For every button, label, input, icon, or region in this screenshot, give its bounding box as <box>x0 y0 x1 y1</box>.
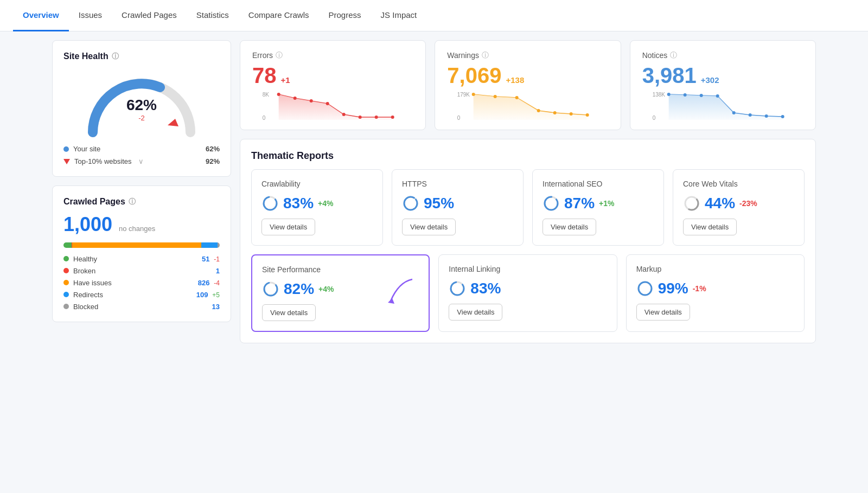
legend-issues: Have issues 826 -4 <box>63 278 220 287</box>
notices-info-icon[interactable]: ⓘ <box>670 50 677 60</box>
gauge-container: 62% -2 <box>63 70 220 140</box>
internal-linking-view-details[interactable]: View details <box>449 304 502 321</box>
svg-point-26 <box>732 111 735 114</box>
report-internal-linking: Internal Linking 83% View details <box>438 254 617 332</box>
crawlability-view-details[interactable]: View details <box>261 219 315 235</box>
legend-your-site: Your site 62% <box>63 145 220 153</box>
notices-card: Notices ⓘ 3,981 +302 138K 0 <box>630 40 816 130</box>
count-broken: 1 <box>216 267 220 275</box>
site-health-legend: Your site 62% Top-10% websites ∨ 92% <box>63 145 220 165</box>
nav-statistics[interactable]: Statistics <box>187 0 239 31</box>
report-cwv: Core Web Vitals 44% -23% View details <box>673 169 805 246</box>
site-health-info-icon[interactable]: ⓘ <box>112 52 119 61</box>
site-health-title: Site Health ⓘ <box>63 52 220 61</box>
top-sites-label: Top-10% websites <box>74 157 132 165</box>
dot-redirects <box>63 292 69 297</box>
markup-score: 99% <box>658 280 688 297</box>
errors-card: Errors ⓘ 78 +1 8K 0 <box>240 40 426 130</box>
warnings-info-icon[interactable]: ⓘ <box>482 50 489 60</box>
markup-diff: -1% <box>693 284 706 293</box>
crawled-pages-info-icon[interactable]: ⓘ <box>129 197 136 207</box>
notices-value: 3,981 <box>642 63 697 88</box>
svg-point-8 <box>359 116 362 119</box>
site-performance-diff: +4% <box>318 285 334 293</box>
bar-issues <box>72 242 201 248</box>
notices-value-row: 3,981 +302 <box>642 63 803 88</box>
your-site-value: 62% <box>206 145 220 153</box>
cwv-score: 44% <box>705 195 735 212</box>
nav-progress[interactable]: Progress <box>319 0 371 31</box>
svg-point-27 <box>748 113 751 117</box>
nav-crawled-pages[interactable]: Crawled Pages <box>112 0 187 31</box>
https-score: 95% <box>424 195 454 212</box>
markup-view-details[interactable]: View details <box>636 304 690 321</box>
bar-blocked <box>218 242 220 248</box>
svg-point-14 <box>494 95 497 98</box>
nav-js-impact[interactable]: JS Impact <box>371 0 427 31</box>
notices-text: Notices <box>642 51 668 60</box>
label-broken: Broken <box>73 267 95 275</box>
main-nav: Overview Issues Crawled Pages Statistics… <box>0 0 868 31</box>
expand-icon[interactable]: ∨ <box>138 157 144 165</box>
svg-point-29 <box>781 115 784 118</box>
crawled-pages-count-row: 1,000 no changes <box>63 213 220 236</box>
dot-issues <box>63 280 69 285</box>
crawled-pages-no-changes: no changes <box>119 225 155 233</box>
cwv-diff: -23% <box>739 199 757 208</box>
svg-text:8K: 8K <box>263 92 270 98</box>
https-view-details[interactable]: View details <box>402 219 456 235</box>
crawlability-score: 83% <box>283 195 314 212</box>
svg-point-7 <box>342 113 346 116</box>
cwv-view-details[interactable]: View details <box>683 219 737 235</box>
intl-seo-view-details[interactable]: View details <box>542 219 596 235</box>
svg-point-3 <box>277 93 280 96</box>
svg-point-28 <box>764 114 768 118</box>
bar-redirects <box>201 242 218 248</box>
errors-value: 78 <box>252 63 277 88</box>
svg-point-22 <box>667 93 670 96</box>
https-title: HTTPS <box>402 180 513 188</box>
arrow-annotation <box>382 277 418 306</box>
top-sites-value: 92% <box>206 157 220 165</box>
intl-seo-diff: +1% <box>599 199 614 208</box>
markup-score-row: 99% -1% <box>636 280 794 297</box>
crawlability-score-row: 83% +4% <box>261 195 373 212</box>
site-performance-view-details[interactable]: View details <box>262 304 316 321</box>
notices-chart: 138K 0 <box>642 90 803 123</box>
site-performance-circle-icon <box>262 280 279 298</box>
intl-seo-title: International SEO <box>542 180 654 188</box>
top-sites-icon <box>63 159 70 164</box>
legend-redirects: Redirects 109 +5 <box>63 290 220 299</box>
svg-point-5 <box>310 99 313 103</box>
svg-text:179K: 179K <box>457 92 470 98</box>
label-blocked: Blocked <box>73 303 98 311</box>
nav-overview[interactable]: Overview <box>13 0 69 31</box>
svg-marker-0 <box>168 119 178 126</box>
cwv-circle-icon <box>683 195 700 212</box>
your-site-label: Your site <box>73 145 100 153</box>
label-redirects: Redirects <box>73 291 103 299</box>
thematic-reports-card: Thematic Reports Crawlability 83% +4% Vi… <box>240 139 816 343</box>
count-healthy: 51 <box>202 255 209 263</box>
internal-linking-circle-icon <box>449 280 466 297</box>
gauge-percent: 62% <box>126 96 157 113</box>
nav-issues[interactable]: Issues <box>69 0 112 31</box>
errors-info-icon[interactable]: ⓘ <box>276 50 283 60</box>
cwv-title: Core Web Vitals <box>683 180 794 188</box>
dot-blocked <box>63 304 69 309</box>
errors-value-row: 78 +1 <box>252 63 413 88</box>
errors-chart: 8K 0 <box>252 90 413 123</box>
https-score-row: 95% <box>402 195 513 212</box>
nav-compare-crawls[interactable]: Compare Crawls <box>239 0 319 31</box>
svg-text:0: 0 <box>457 115 461 121</box>
svg-point-42 <box>451 282 464 295</box>
count-issues: 826 <box>198 279 210 287</box>
gauge-label: 62% -2 <box>126 96 157 121</box>
svg-point-19 <box>586 113 589 117</box>
site-performance-score: 82% <box>284 280 314 298</box>
site-performance-title: Site Performance <box>262 265 419 274</box>
label-issues: Have issues <box>73 279 112 287</box>
warnings-text: Warnings <box>447 51 479 60</box>
notices-diff: +302 <box>701 75 719 85</box>
diff-healthy: -1 <box>214 255 220 263</box>
